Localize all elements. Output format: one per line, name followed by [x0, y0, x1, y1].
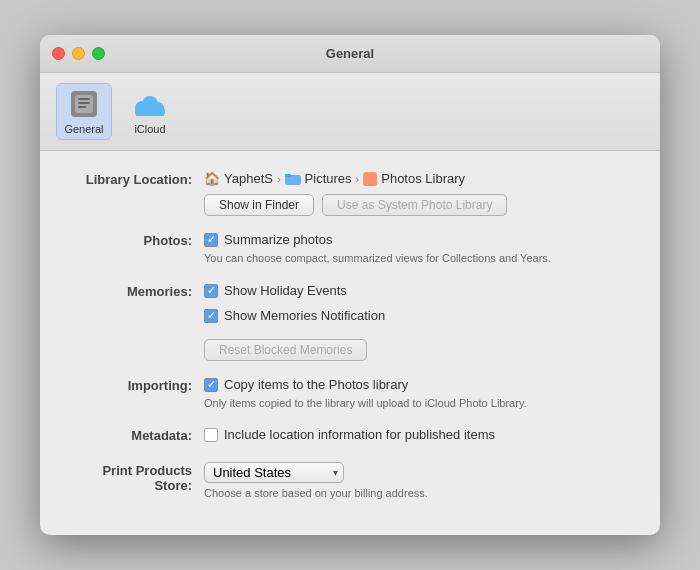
metadata-content: Include location information for publish…: [204, 427, 636, 446]
show-notification-checkbox[interactable]: [204, 309, 218, 323]
importing-label: Importing:: [64, 377, 204, 393]
show-in-finder-button[interactable]: Show in Finder: [204, 194, 314, 216]
photos-label: Photos:: [64, 232, 204, 248]
sep-1: ›: [277, 173, 281, 185]
reset-blocked-memories-button[interactable]: Reset Blocked Memories: [204, 339, 367, 361]
store-hint: Choose a store based on your billing add…: [204, 487, 636, 499]
library-location-label: Library Location:: [64, 171, 204, 187]
general-icon: [68, 88, 100, 120]
show-holiday-row: Show Holiday Events: [204, 283, 636, 298]
metadata-row: Metadata: Include location information f…: [64, 427, 636, 446]
close-button[interactable]: [52, 47, 65, 60]
print-products-content: United States Canada United Kingdom Aust…: [204, 462, 636, 499]
metadata-label: Metadata:: [64, 427, 204, 443]
show-notification-label: Show Memories Notification: [224, 308, 385, 323]
toolbar: General iCloud: [40, 73, 660, 151]
maximize-button[interactable]: [92, 47, 105, 60]
titlebar: General: [40, 35, 660, 73]
breadcrumb-pictures: Pictures: [305, 171, 352, 186]
general-tab-label: General: [64, 123, 103, 135]
photos-content: Summarize photos You can choose compact,…: [204, 232, 636, 266]
memories-content: Show Holiday Events Show Memories Notifi…: [204, 283, 636, 361]
icloud-tab-label: iCloud: [134, 123, 165, 135]
importing-content: Copy items to the Photos library Only it…: [204, 377, 636, 411]
reset-btn-wrapper: Reset Blocked Memories: [204, 339, 636, 361]
main-window: General General: [40, 35, 660, 535]
library-buttons: Show in Finder Use as System Photo Libra…: [204, 194, 636, 216]
memories-label: Memories:: [64, 283, 204, 299]
breadcrumb-user: YaphetS: [224, 171, 273, 186]
copy-items-row: Copy items to the Photos library: [204, 377, 636, 392]
svg-rect-9: [135, 107, 165, 116]
store-select[interactable]: United States Canada United Kingdom Aust…: [204, 462, 344, 483]
photos-row: Photos: Summarize photos You can choose …: [64, 232, 636, 266]
sep-2: ›: [356, 173, 360, 185]
tab-icloud[interactable]: iCloud: [122, 83, 178, 140]
copy-items-checkbox[interactable]: [204, 378, 218, 392]
importing-row: Importing: Copy items to the Photos libr…: [64, 377, 636, 411]
show-notification-row: Show Memories Notification: [204, 308, 636, 323]
icloud-icon: [134, 88, 166, 120]
include-location-checkbox[interactable]: [204, 428, 218, 442]
breadcrumb-photos-library: Photos Library: [381, 171, 465, 186]
summarize-hint: You can choose compact, summarized views…: [204, 251, 636, 266]
tab-general[interactable]: General: [56, 83, 112, 140]
svg-rect-11: [285, 174, 291, 177]
svg-rect-2: [78, 98, 90, 100]
summarize-label: Summarize photos: [224, 232, 332, 247]
svg-rect-3: [78, 102, 90, 104]
include-location-label: Include location information for publish…: [224, 427, 495, 442]
photos-lib-icon: [363, 172, 377, 186]
svg-rect-4: [78, 106, 86, 108]
print-products-label: Print Products Store:: [64, 462, 204, 493]
summarize-photos-row: Summarize photos: [204, 232, 636, 247]
show-holiday-checkbox[interactable]: [204, 284, 218, 298]
minimize-button[interactable]: [72, 47, 85, 60]
copy-items-label: Copy items to the Photos library: [224, 377, 408, 392]
traffic-lights: [52, 47, 105, 60]
library-location-content: 🏠 YaphetS › Pictures › Photos Library Sh…: [204, 171, 636, 216]
library-location-row: Library Location: 🏠 YaphetS › Pictures ›…: [64, 171, 636, 216]
breadcrumb: 🏠 YaphetS › Pictures › Photos Library: [204, 171, 636, 186]
use-as-system-button[interactable]: Use as System Photo Library: [322, 194, 507, 216]
include-location-row: Include location information for publish…: [204, 427, 636, 442]
svg-rect-12: [363, 172, 377, 186]
memories-row: Memories: Show Holiday Events Show Memor…: [64, 283, 636, 361]
print-products-row: Print Products Store: United States Cana…: [64, 462, 636, 499]
copy-items-hint: Only items copied to the library will up…: [204, 396, 636, 411]
summarize-checkbox[interactable]: [204, 233, 218, 247]
content-area: Library Location: 🏠 YaphetS › Pictures ›…: [40, 151, 660, 535]
store-select-container: United States Canada United Kingdom Aust…: [204, 462, 344, 483]
folder-icon: [285, 172, 301, 185]
home-icon: 🏠: [204, 171, 220, 186]
window-title: General: [326, 46, 374, 61]
show-holiday-label: Show Holiday Events: [224, 283, 347, 298]
